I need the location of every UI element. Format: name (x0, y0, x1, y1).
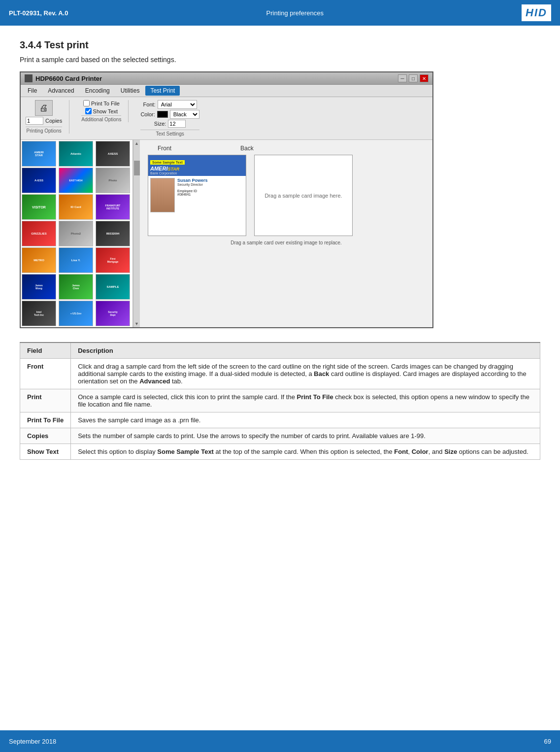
color-select[interactable]: Black (170, 110, 199, 119)
text-settings-label: Text Settings (140, 130, 199, 137)
card-list-scrollbar[interactable]: ▲ ▼ (133, 140, 140, 327)
app-toolbar: 🖨 Copies Printing Options Print To File … (21, 97, 432, 140)
front-card[interactable]: Some Sample Text AMERISTAR Bank Corporat… (148, 155, 246, 236)
list-item[interactable]: Photo2 (59, 221, 93, 246)
list-item[interactable]: FRANKFURTINSTITUTE (96, 194, 130, 220)
list-item[interactable]: AMERISTAR (22, 141, 56, 167)
menu-encoding[interactable]: Encoding (80, 86, 115, 96)
list-item[interactable]: 89332094 (96, 221, 130, 246)
list-item[interactable]: GRIZZLIES (22, 221, 56, 246)
desc-show-text: Select this option to display Some Sampl… (71, 444, 540, 460)
data-table: Field Description Front Click and drag a… (20, 342, 540, 460)
list-item[interactable]: EAST HIGH (59, 168, 93, 193)
scrollbar-thumb[interactable] (134, 161, 140, 175)
header-bar: PLT-02931, Rev. A.0 Printing preferences… (0, 0, 560, 26)
list-item[interactable]: A·ESS (22, 168, 56, 193)
list-item[interactable]: VISITOR (22, 194, 56, 220)
card-preview-area: Front Back Some Sample Text AMERISTAR Ba… (140, 140, 432, 327)
maximize-button[interactable]: □ (409, 74, 418, 82)
app-titlebar-icon (25, 74, 33, 82)
back-card[interactable]: Drag a sample card image here. (254, 155, 353, 236)
color-box (157, 111, 168, 118)
drag-hint-back: Drag a sample card image here. (264, 193, 342, 199)
size-input[interactable] (168, 120, 186, 128)
menu-testprint[interactable]: Test Print (145, 86, 180, 96)
section-title: 3.4.4 Test print (20, 39, 540, 51)
show-text-row: Show Text (85, 108, 118, 114)
person-photo (150, 178, 175, 212)
menu-utilities[interactable]: Utilities (116, 86, 145, 96)
list-item[interactable]: ID Card (59, 194, 93, 220)
app-body: AMERISTAR Atlantic AXESS A·ESS EAST HIGH… (21, 140, 432, 327)
print-button[interactable]: 🖨 (35, 100, 53, 116)
person-title: Security Director (177, 183, 208, 186)
list-item[interactable]: METRO (22, 247, 56, 273)
font-row: Font: Arial (143, 100, 197, 109)
desc-print-to-file: Saves the sample card image as a .prn fi… (71, 412, 540, 428)
print-section: 🖨 Copies Printing Options (26, 100, 69, 134)
minimize-button[interactable]: ─ (398, 74, 407, 82)
section-subtitle: Print a sample card based on the selecte… (20, 56, 540, 64)
list-item[interactable]: JamesChen (59, 274, 93, 300)
copies-row: Copies (26, 117, 62, 125)
footer-page: 69 (544, 738, 551, 745)
employee-id-value: #084641 (177, 193, 191, 196)
list-item[interactable]: Atlantic (59, 141, 93, 167)
app-titlebar-title: HDP6600 Card Printer (35, 75, 102, 82)
menu-file[interactable]: File (23, 86, 42, 96)
additional-options-section: Print To File Show Text Additional Optio… (81, 100, 129, 122)
show-text-label: Show Text (93, 108, 118, 114)
table-row: Front Click and drag a sample card from … (20, 359, 540, 389)
main-content: 3.4.4 Test print Print a sample card bas… (0, 26, 560, 489)
app-menubar: File Advanced Encoding Utilities Test Pr… (21, 85, 432, 97)
desc-print: Once a sample card is selected, click th… (71, 389, 540, 412)
list-item[interactable]: Lisa Y. (59, 247, 93, 273)
hid-logo-text: HID (526, 6, 547, 19)
field-print: Print (20, 389, 71, 412)
back-label: Back (240, 145, 254, 152)
print-to-file-checkbox[interactable] (83, 100, 90, 106)
list-item[interactable]: SecurityDept (96, 301, 130, 326)
list-item[interactable]: Photo (96, 168, 130, 193)
size-label: Size: (154, 121, 166, 127)
additional-options-label: Additional Options (81, 115, 121, 122)
app-titlebar: HDP6600 Card Printer ─ □ ✕ (21, 72, 432, 85)
list-item[interactable]: FirstMortgage (96, 247, 130, 273)
card-list-panel: AMERISTAR Atlantic AXESS A·ESS EAST HIGH… (21, 140, 140, 327)
show-text-checkbox[interactable] (85, 108, 92, 114)
text-settings-section: Font: Arial Color: Black Size: Text S (140, 100, 206, 137)
close-button[interactable]: ✕ (420, 74, 428, 82)
table-row: Copies Sets the number of sample cards t… (20, 428, 540, 444)
list-item[interactable]: IntelTech Inc (22, 301, 56, 326)
front-label: Front (158, 145, 171, 152)
menu-advanced[interactable]: Advanced (43, 86, 79, 96)
copies-label: Copies (45, 118, 62, 124)
list-item[interactable]: AXESS (96, 141, 130, 167)
footer-date: September 2018 (9, 738, 56, 745)
person-name: Susan Powers (177, 178, 208, 183)
list-item[interactable]: + US.Gov (59, 301, 93, 326)
table-header-field: Field (20, 342, 71, 359)
doc-ref: PLT-02931, Rev. A.0 (9, 9, 68, 17)
desc-front: Click and drag a sample card from the le… (71, 359, 540, 389)
table-header-description: Description (71, 342, 540, 359)
employee-id-label: Employee ID (177, 189, 197, 193)
copies-input[interactable] (26, 117, 43, 125)
print-to-file-label: Print To File (91, 101, 120, 106)
table-row: Print To File Saves the sample card imag… (20, 412, 540, 428)
person-info: Susan Powers Security Director Employee … (177, 178, 208, 196)
list-item[interactable]: JamesWong (22, 274, 56, 300)
sample-text-label: Some Sample Text (150, 160, 185, 165)
font-select[interactable]: Arial (158, 100, 197, 109)
font-label: Font: (143, 102, 156, 107)
app-titlebar-controls: ─ □ ✕ (398, 74, 428, 82)
size-row: Size: (154, 120, 186, 128)
list-item[interactable]: SAMPLE (96, 274, 130, 300)
ameristar-sub: Bank Corporation (150, 171, 244, 175)
field-show-text: Show Text (20, 444, 71, 460)
card-list: AMERISTAR Atlantic AXESS A·ESS EAST HIGH… (21, 140, 133, 327)
color-label: Color: (140, 111, 155, 117)
card-grid: AMERISTAR Atlantic AXESS A·ESS EAST HIGH… (21, 140, 132, 327)
header-logo: HID (522, 4, 551, 21)
drag-hint-front: Drag a sample card over existing image t… (148, 240, 425, 245)
